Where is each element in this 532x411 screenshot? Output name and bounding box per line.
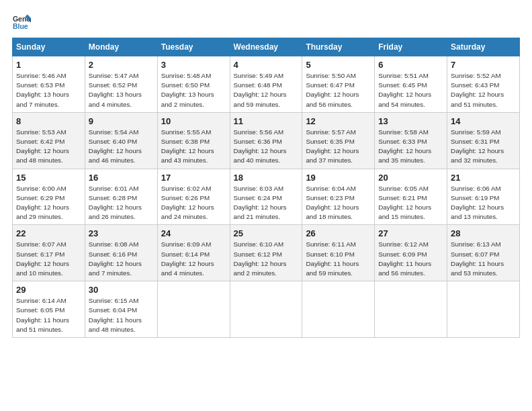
- day-number: 27: [378, 228, 443, 238]
- table-row: 25Sunrise: 6:10 AM Sunset: 6:12 PM Dayli…: [230, 225, 302, 281]
- day-detail: Sunrise: 6:14 AM Sunset: 6:05 PM Dayligh…: [16, 296, 81, 334]
- day-number: 26: [306, 228, 371, 238]
- table-row: [447, 281, 520, 338]
- weekday-header-friday: Friday: [375, 38, 447, 56]
- weekday-header-thursday: Thursday: [302, 38, 375, 56]
- day-number: 28: [451, 228, 516, 238]
- day-number: 10: [161, 116, 226, 126]
- day-detail: Sunrise: 5:56 AM Sunset: 6:36 PM Dayligh…: [234, 128, 299, 166]
- day-detail: Sunrise: 6:11 AM Sunset: 6:10 PM Dayligh…: [306, 240, 371, 278]
- day-detail: Sunrise: 6:12 AM Sunset: 6:09 PM Dayligh…: [378, 240, 443, 278]
- table-row: 14Sunrise: 5:59 AM Sunset: 6:31 PM Dayli…: [447, 112, 520, 169]
- day-number: 12: [306, 116, 371, 126]
- day-detail: Sunrise: 5:53 AM Sunset: 6:42 PM Dayligh…: [16, 128, 81, 166]
- day-number: 2: [89, 60, 154, 70]
- day-detail: Sunrise: 5:48 AM Sunset: 6:50 PM Dayligh…: [161, 71, 226, 109]
- table-row: 5Sunrise: 5:50 AM Sunset: 6:47 PM Daylig…: [302, 56, 375, 113]
- day-number: 19: [306, 173, 371, 183]
- day-detail: Sunrise: 6:05 AM Sunset: 6:21 PM Dayligh…: [378, 184, 443, 222]
- day-detail: Sunrise: 5:54 AM Sunset: 6:40 PM Dayligh…: [89, 128, 154, 166]
- day-detail: Sunrise: 5:57 AM Sunset: 6:35 PM Dayligh…: [306, 128, 371, 166]
- table-row: 15Sunrise: 6:00 AM Sunset: 6:29 PM Dayli…: [13, 169, 85, 225]
- day-detail: Sunrise: 6:08 AM Sunset: 6:16 PM Dayligh…: [89, 240, 154, 278]
- table-row: 28Sunrise: 6:13 AM Sunset: 6:07 PM Dayli…: [447, 225, 520, 281]
- calendar-table: SundayMondayTuesdayWednesdayThursdayFrid…: [12, 38, 520, 338]
- day-detail: Sunrise: 5:51 AM Sunset: 6:45 PM Dayligh…: [378, 71, 443, 109]
- table-row: 29Sunrise: 6:14 AM Sunset: 6:05 PM Dayli…: [13, 281, 85, 338]
- day-number: 6: [378, 60, 443, 70]
- table-row: [230, 281, 302, 338]
- day-detail: Sunrise: 6:10 AM Sunset: 6:12 PM Dayligh…: [234, 240, 299, 278]
- logo-icon: General Blue: [12, 12, 31, 31]
- day-detail: Sunrise: 5:46 AM Sunset: 6:53 PM Dayligh…: [16, 71, 81, 109]
- day-detail: Sunrise: 6:09 AM Sunset: 6:14 PM Dayligh…: [161, 240, 226, 278]
- table-row: 19Sunrise: 6:04 AM Sunset: 6:23 PM Dayli…: [302, 169, 375, 225]
- table-row: 13Sunrise: 5:58 AM Sunset: 6:33 PM Dayli…: [375, 112, 447, 169]
- day-number: 13: [378, 116, 443, 126]
- week-row-2: 8Sunrise: 5:53 AM Sunset: 6:42 PM Daylig…: [13, 112, 520, 169]
- day-detail: Sunrise: 6:04 AM Sunset: 6:23 PM Dayligh…: [306, 184, 371, 222]
- day-detail: Sunrise: 5:59 AM Sunset: 6:31 PM Dayligh…: [451, 128, 516, 166]
- table-row: 7Sunrise: 5:52 AM Sunset: 6:43 PM Daylig…: [447, 56, 520, 113]
- day-detail: Sunrise: 6:02 AM Sunset: 6:26 PM Dayligh…: [161, 184, 226, 222]
- table-row: [157, 281, 230, 338]
- day-number: 30: [89, 285, 154, 295]
- day-detail: Sunrise: 5:49 AM Sunset: 6:48 PM Dayligh…: [234, 71, 299, 109]
- table-row: 20Sunrise: 6:05 AM Sunset: 6:21 PM Dayli…: [375, 169, 447, 225]
- table-row: 17Sunrise: 6:02 AM Sunset: 6:26 PM Dayli…: [157, 169, 230, 225]
- weekday-header-sunday: Sunday: [13, 38, 85, 56]
- day-number: 22: [16, 228, 81, 238]
- table-row: 16Sunrise: 6:01 AM Sunset: 6:28 PM Dayli…: [85, 169, 157, 225]
- day-number: 29: [16, 285, 81, 295]
- table-row: 30Sunrise: 6:15 AM Sunset: 6:04 PM Dayli…: [85, 281, 157, 338]
- day-number: 17: [161, 173, 226, 183]
- day-number: 21: [451, 173, 516, 183]
- week-row-4: 22Sunrise: 6:07 AM Sunset: 6:17 PM Dayli…: [13, 225, 520, 281]
- table-row: 9Sunrise: 5:54 AM Sunset: 6:40 PM Daylig…: [85, 112, 157, 169]
- day-number: 20: [378, 173, 443, 183]
- day-detail: Sunrise: 5:52 AM Sunset: 6:43 PM Dayligh…: [451, 71, 516, 109]
- header: General Blue: [12, 12, 520, 31]
- table-row: 24Sunrise: 6:09 AM Sunset: 6:14 PM Dayli…: [157, 225, 230, 281]
- svg-text:Blue: Blue: [13, 22, 28, 30]
- table-row: 23Sunrise: 6:08 AM Sunset: 6:16 PM Dayli…: [85, 225, 157, 281]
- day-number: 9: [89, 116, 154, 126]
- week-row-1: 1Sunrise: 5:46 AM Sunset: 6:53 PM Daylig…: [13, 56, 520, 113]
- weekday-header-saturday: Saturday: [447, 38, 520, 56]
- weekday-header-monday: Monday: [85, 38, 157, 56]
- day-number: 11: [234, 116, 299, 126]
- table-row: 22Sunrise: 6:07 AM Sunset: 6:17 PM Dayli…: [13, 225, 85, 281]
- day-number: 18: [234, 173, 299, 183]
- table-row: [302, 281, 375, 338]
- table-row: 10Sunrise: 5:55 AM Sunset: 6:38 PM Dayli…: [157, 112, 230, 169]
- weekday-header-row: SundayMondayTuesdayWednesdayThursdayFrid…: [13, 38, 520, 56]
- day-detail: Sunrise: 5:47 AM Sunset: 6:52 PM Dayligh…: [89, 71, 154, 109]
- day-number: 14: [451, 116, 516, 126]
- day-number: 1: [16, 60, 81, 70]
- day-detail: Sunrise: 5:50 AM Sunset: 6:47 PM Dayligh…: [306, 71, 371, 109]
- weekday-header-tuesday: Tuesday: [157, 38, 230, 56]
- table-row: 6Sunrise: 5:51 AM Sunset: 6:45 PM Daylig…: [375, 56, 447, 113]
- table-row: 21Sunrise: 6:06 AM Sunset: 6:19 PM Dayli…: [447, 169, 520, 225]
- day-number: 25: [234, 228, 299, 238]
- table-row: 12Sunrise: 5:57 AM Sunset: 6:35 PM Dayli…: [302, 112, 375, 169]
- day-detail: Sunrise: 6:03 AM Sunset: 6:24 PM Dayligh…: [234, 184, 299, 222]
- table-row: 26Sunrise: 6:11 AM Sunset: 6:10 PM Dayli…: [302, 225, 375, 281]
- day-number: 24: [161, 228, 226, 238]
- day-number: 23: [89, 228, 154, 238]
- day-detail: Sunrise: 6:13 AM Sunset: 6:07 PM Dayligh…: [451, 240, 516, 278]
- table-row: 18Sunrise: 6:03 AM Sunset: 6:24 PM Dayli…: [230, 169, 302, 225]
- day-number: 15: [16, 173, 81, 183]
- day-detail: Sunrise: 5:58 AM Sunset: 6:33 PM Dayligh…: [378, 128, 443, 166]
- table-row: 2Sunrise: 5:47 AM Sunset: 6:52 PM Daylig…: [85, 56, 157, 113]
- day-detail: Sunrise: 6:06 AM Sunset: 6:19 PM Dayligh…: [451, 184, 516, 222]
- day-number: 5: [306, 60, 371, 70]
- weekday-header-wednesday: Wednesday: [230, 38, 302, 56]
- table-row: 11Sunrise: 5:56 AM Sunset: 6:36 PM Dayli…: [230, 112, 302, 169]
- table-row: [375, 281, 447, 338]
- logo: General Blue: [12, 12, 31, 31]
- day-number: 8: [16, 116, 81, 126]
- day-number: 7: [451, 60, 516, 70]
- day-detail: Sunrise: 5:55 AM Sunset: 6:38 PM Dayligh…: [161, 128, 226, 166]
- week-row-5: 29Sunrise: 6:14 AM Sunset: 6:05 PM Dayli…: [13, 281, 520, 338]
